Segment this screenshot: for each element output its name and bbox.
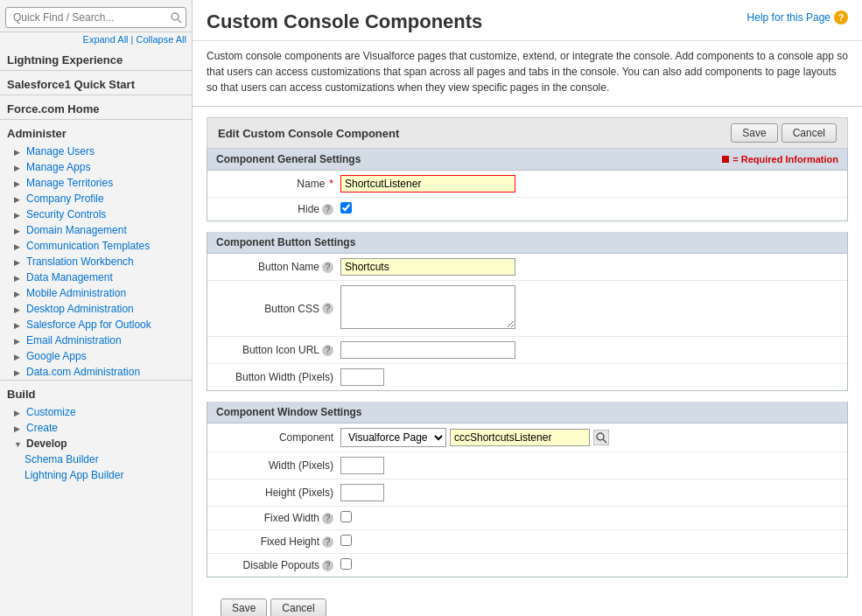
name-field-container [340, 175, 837, 192]
sidebar-section-salesforce1[interactable]: Salesforce1 Quick Start [0, 70, 192, 94]
help-link[interactable]: Help for this Page ? [747, 10, 848, 24]
sidebar-section-administer[interactable]: Administer [0, 119, 192, 144]
button-icon-url-help-tip[interactable]: ? [322, 345, 333, 356]
general-settings-title: Component General Settings [216, 153, 361, 165]
component-value-input[interactable] [450, 429, 590, 446]
general-settings-fields: Name * Hide ? [207, 171, 848, 221]
button-width-field-container [340, 368, 837, 386]
sidebar-item-manage-users[interactable]: ▶Manage Users [0, 144, 192, 159]
disable-popouts-help-tip[interactable]: ? [322, 560, 333, 571]
button-css-field-container [340, 285, 837, 332]
tri-icon: ▶ [14, 290, 21, 297]
search-input[interactable] [5, 7, 186, 28]
form-title-bar: Edit Custom Console Component Save Cance… [207, 117, 848, 149]
tri-icon: ▶ [14, 353, 21, 360]
button-settings-header: Component Button Settings [207, 232, 848, 254]
general-settings-section: Component General Settings = Required In… [207, 149, 848, 221]
sidebar-item-lightning-app-builder[interactable]: Lightning App Builder [0, 467, 192, 483]
window-settings-header: Component Window Settings [207, 402, 848, 424]
disable-popouts-checkbox[interactable] [340, 558, 352, 570]
tri-icon: ▶ [14, 258, 21, 265]
button-css-row: Button CSS ? [207, 281, 847, 337]
name-row: Name * [207, 171, 847, 198]
tri-icon: ▶ [14, 409, 21, 416]
sidebar-section-forcecom[interactable]: Force.com Home [0, 94, 192, 119]
fixed-width-row: Fixed Width ? [207, 507, 847, 530]
sidebar-section-lightning-experience[interactable]: Lightning Experience [0, 46, 192, 70]
component-field-container: Visualforce Page [340, 428, 837, 447]
disable-popouts-row: Disable Popouts ? [207, 554, 847, 577]
sidebar-item-security-controls[interactable]: ▶Security Controls [0, 206, 192, 222]
button-icon-url-field-container [340, 341, 837, 359]
sidebar-item-company-profile[interactable]: ▶Company Profile [0, 191, 192, 206]
button-width-label: Button Width (Pixels) [218, 371, 340, 383]
name-input[interactable] [340, 175, 515, 192]
button-name-input[interactable] [340, 258, 515, 276]
button-css-help-tip[interactable]: ? [322, 303, 333, 314]
height-pixels-input[interactable] [340, 484, 384, 501]
tri-icon: ▶ [14, 305, 21, 312]
button-settings-fields: Button Name ? Button CSS ? [207, 254, 848, 391]
lookup-icon[interactable] [593, 430, 609, 445]
fixed-height-field-container [340, 535, 837, 549]
sidebar-item-mobile-administration[interactable]: ▶Mobile Administration [0, 285, 192, 301]
sidebar-item-manage-apps[interactable]: ▶Manage Apps [0, 159, 192, 175]
sidebar-item-create[interactable]: ▶Create [0, 420, 192, 436]
top-save-button[interactable]: Save [731, 123, 777, 143]
top-cancel-button[interactable]: Cancel [781, 123, 837, 143]
sidebar-item-email-administration[interactable]: ▶Email Administration [0, 332, 192, 348]
name-required-asterisk: * [329, 178, 333, 190]
width-pixels-input[interactable] [340, 457, 384, 474]
page-title: Custom Console Components [207, 10, 482, 33]
disable-popouts-label: Disable Popouts ? [218, 559, 340, 571]
expand-all-link[interactable]: Expand All [83, 34, 129, 45]
sidebar-item-data-com-administration[interactable]: ▶Data.com Administration [0, 364, 192, 380]
fixed-height-checkbox[interactable] [340, 535, 352, 546]
bottom-save-button[interactable]: Save [221, 598, 267, 616]
button-icon-url-row: Button Icon URL ? [207, 337, 847, 364]
disable-popouts-field-container [340, 558, 837, 572]
hide-checkbox[interactable] [340, 202, 352, 214]
general-settings-header: Component General Settings = Required In… [207, 149, 848, 171]
button-icon-url-label: Button Icon URL ? [218, 344, 340, 356]
fixed-width-field-container [340, 511, 837, 525]
bottom-buttons-bar: Save Cancel [207, 588, 848, 616]
sidebar-item-develop[interactable]: ▼Develop [0, 436, 192, 452]
hide-field-container [340, 202, 837, 216]
sidebar-item-communication-templates[interactable]: ▶Communication Templates [0, 238, 192, 254]
fixed-height-help-tip[interactable]: ? [322, 536, 333, 548]
sidebar-item-manage-territories[interactable]: ▶Manage Territories [0, 175, 192, 191]
width-pixels-field-container [340, 457, 837, 474]
button-settings-section: Component Button Settings Button Name ? … [207, 232, 848, 391]
height-pixels-row: Height (Pixels) [207, 480, 847, 507]
fixed-width-checkbox[interactable] [340, 511, 352, 522]
fixed-width-label: Fixed Width ? [218, 512, 340, 524]
sidebar-item-customize[interactable]: ▶Customize [0, 404, 192, 420]
component-type-select[interactable]: Visualforce Page [340, 428, 446, 447]
button-width-input[interactable] [340, 368, 384, 386]
bottom-cancel-button[interactable]: Cancel [270, 598, 326, 616]
width-pixels-label: Width (Pixels) [218, 459, 340, 472]
hide-help-tip[interactable]: ? [322, 204, 333, 215]
sidebar-item-domain-management[interactable]: ▶Domain Management [0, 222, 192, 238]
sidebar-item-schema-builder[interactable]: Schema Builder [0, 452, 192, 467]
sidebar-item-desktop-administration[interactable]: ▶Desktop Administration [0, 301, 192, 317]
fixed-height-label: Fixed Height ? [218, 536, 340, 548]
button-name-help-tip[interactable]: ? [322, 262, 333, 273]
button-icon-url-input[interactable] [340, 341, 515, 359]
sidebar-item-google-apps[interactable]: ▶Google Apps [0, 348, 192, 364]
sidebar-section-build[interactable]: Build [0, 380, 192, 404]
button-css-textarea[interactable] [340, 285, 515, 329]
sidebar-item-salesforce-app-for-outlook[interactable]: ▶Salesforce App for Outlook [0, 317, 192, 332]
required-info: = Required Information [722, 154, 838, 164]
fixed-width-help-tip[interactable]: ? [322, 513, 333, 524]
collapse-all-link[interactable]: Collapse All [137, 34, 186, 45]
tri-icon: ▶ [14, 242, 21, 249]
tri-icon: ▶ [14, 321, 21, 328]
button-name-label: Button Name ? [218, 261, 340, 273]
sidebar-item-translation-workbench[interactable]: ▶Translation Workbench [0, 254, 192, 270]
hide-row: Hide ? [207, 198, 847, 220]
sidebar-item-data-management[interactable]: ▶Data Management [0, 270, 192, 285]
form-top-buttons: Save Cancel [731, 123, 837, 143]
fixed-height-row: Fixed Height ? [207, 530, 847, 554]
